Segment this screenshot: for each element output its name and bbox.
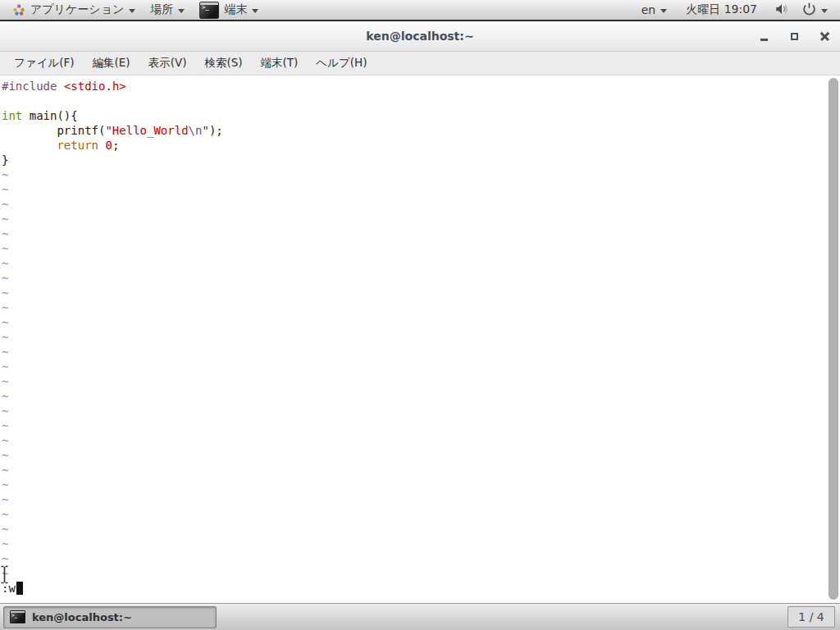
vim-tilde-line: ~ [2, 522, 840, 536]
scrollbar-thumb[interactable] [829, 78, 838, 600]
menubar-item-4[interactable]: 端末(T) [255, 53, 304, 73]
vim-code-line [2, 94, 840, 108]
vim-tilde-line: ~ [2, 182, 840, 197]
workspace-switcher[interactable]: 1 / 4 [788, 606, 835, 628]
clock-label: 火曜日 19:07 [686, 2, 757, 16]
vim-tilde-line: ~ [2, 167, 840, 182]
language-label: en [641, 3, 656, 16]
terminal-content[interactable]: #include <stdio.h> int main(){ printf("H… [0, 75, 840, 603]
vim-tilde-line: ~ [2, 226, 840, 241]
vim-tilde-line: ~ [2, 477, 840, 492]
vim-tilde-line: ~ [2, 536, 840, 551]
places-menu-label: 場所 [150, 2, 173, 17]
vim-tilde-line: ~ [2, 241, 840, 256]
menubar-item-3[interactable]: 検索(S) [199, 53, 248, 73]
vim-tilde-line: ~ [2, 285, 840, 300]
mouse-ibeam-cursor [0, 565, 9, 587]
terminal-menubar: ファイル(F)編集(E)表示(V)検索(S)端末(T)ヘルプ(H) [0, 52, 840, 75]
power-menu[interactable] [795, 0, 835, 20]
chevron-down-icon [129, 9, 135, 13]
vim-code-line: int main(){ [2, 108, 840, 123]
vim-tilde-line: ~ [2, 330, 840, 345]
top-panel: アプリケーション 場所 端末 en 火曜日 19:07 [0, 0, 840, 21]
menubar-item-0[interactable]: ファイル(F) [8, 53, 80, 73]
window-titlebar[interactable]: ken@localhost:~ [0, 21, 840, 52]
language-indicator[interactable]: en [634, 0, 675, 20]
terminal-menu-label: 端末 [224, 2, 247, 17]
vim-tilde-line: ~ [2, 271, 840, 285]
vim-tilde-line: ~ [2, 256, 840, 271]
vim-tilde-line: ~ [2, 374, 840, 389]
terminal-icon [199, 2, 219, 19]
places-menu[interactable]: 場所 [143, 0, 192, 20]
clock[interactable]: 火曜日 19:07 [674, 2, 769, 17]
vim-code-line: printf("Hello_World\n"); [2, 123, 840, 138]
close-button[interactable] [819, 31, 830, 42]
vim-tilde-line: ~ [2, 448, 840, 463]
power-icon [802, 2, 816, 18]
vim-block-cursor [16, 582, 23, 595]
taskbar: ken@localhost:~ 1 / 4 [0, 603, 840, 630]
scrollbar[interactable] [828, 77, 839, 600]
menubar-item-5[interactable]: ヘルプ(H) [310, 53, 372, 73]
vim-tilde-line: ~ [2, 433, 840, 448]
speaker-icon [774, 2, 789, 19]
vim-tilde-line: ~ [2, 463, 840, 477]
vim-command-line: :w [2, 581, 840, 596]
vim-tilde-line: ~ [2, 507, 840, 522]
menubar-item-2[interactable]: 表示(V) [143, 53, 193, 73]
vim-tilde-line: ~ [2, 345, 840, 359]
terminal-icon [10, 610, 25, 623]
minimize-button[interactable] [759, 31, 769, 42]
chevron-down-icon [660, 9, 667, 13]
taskbar-window-label: ken@localhost:~ [32, 611, 132, 623]
vim-tilde-line: ~ [2, 566, 840, 581]
vim-tilde-line: ~ [2, 389, 840, 404]
vim-tilde-line: ~ [2, 315, 840, 330]
vim-buffer: #include <stdio.h> int main(){ printf("H… [0, 75, 840, 596]
vim-code-line: #include <stdio.h> [2, 79, 840, 94]
chevron-down-icon [821, 9, 828, 13]
vim-tilde-line: ~ [2, 359, 840, 374]
vim-tilde-line: ~ [2, 404, 840, 418]
terminal-app-menu[interactable]: 端末 [192, 0, 266, 20]
vim-tilde-line: ~ [2, 418, 840, 433]
applications-menu-label: アプリケーション [30, 2, 124, 17]
menubar-item-1[interactable]: 編集(E) [87, 53, 136, 73]
window-title: ken@localhost:~ [366, 30, 473, 43]
vim-tilde-line: ~ [2, 300, 840, 315]
applications-menu[interactable]: アプリケーション [5, 0, 143, 20]
taskbar-window-button[interactable]: ken@localhost:~ [3, 606, 217, 628]
maximize-button[interactable] [789, 31, 800, 42]
vim-code-line: } [2, 153, 840, 167]
workspace-label: 1 / 4 [798, 610, 824, 623]
vim-tilde-line: ~ [2, 551, 840, 566]
vim-tilde-line: ~ [2, 212, 840, 226]
volume-button[interactable] [769, 0, 795, 20]
vim-tilde-line: ~ [2, 492, 840, 507]
vim-tilde-line: ~ [2, 197, 840, 212]
chevron-down-icon [252, 9, 258, 13]
vim-code-line: return 0; [2, 138, 840, 153]
chevron-down-icon [178, 9, 185, 13]
applications-icon [12, 3, 25, 16]
